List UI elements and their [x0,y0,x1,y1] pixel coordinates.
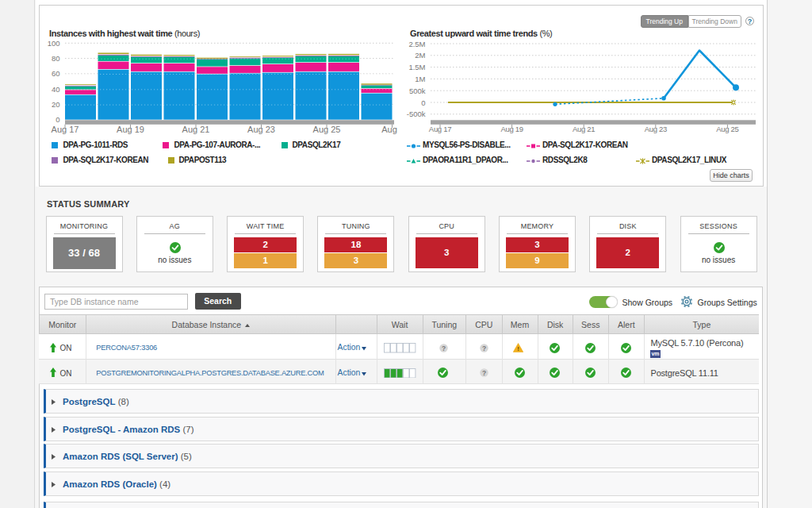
svg-text:?: ? [481,344,485,352]
svg-text:2.5M: 2.5M [408,40,425,48]
svg-text:2M: 2M [415,51,425,60]
svg-text:0: 0 [56,115,59,124]
svg-text:Aug 25: Aug 25 [313,125,341,134]
svg-text:Aug 17: Aug 17 [52,125,79,134]
svg-text:0: 0 [421,98,425,107]
svg-text:Aug 25: Aug 25 [716,125,738,133]
svg-text:100: 100 [48,39,60,48]
svg-text:?: ? [481,369,485,377]
svg-text:?: ? [442,344,446,352]
svg-text:1M: 1M [415,75,425,83]
svg-text:60: 60 [52,69,60,78]
svg-text:Aug 21: Aug 21 [573,125,595,133]
svg-text:500k: 500k [409,87,426,95]
svg-text:1.5M: 1.5M [408,63,425,71]
svg-text:Aug 17: Aug 17 [429,125,451,133]
svg-text:Aug 21: Aug 21 [182,125,210,134]
svg-text:Aug 23: Aug 23 [247,125,275,134]
svg-text:Aug 19: Aug 19 [117,125,144,134]
svg-text:Aug 23: Aug 23 [645,125,667,133]
svg-text:Aug 19: Aug 19 [500,125,523,133]
svg-text:40: 40 [52,85,60,94]
svg-text:-500k: -500k [407,110,426,118]
svg-text:20: 20 [52,100,60,109]
svg-text:Aug: Aug [381,125,397,134]
svg-text:80: 80 [52,54,60,63]
svg-text:!: ! [517,345,519,352]
